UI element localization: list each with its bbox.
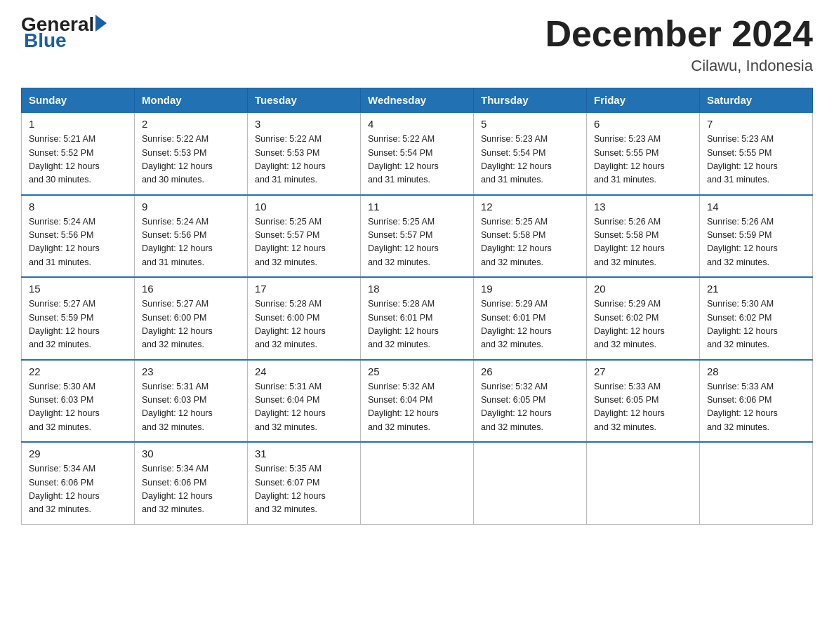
calendar-cell: 8Sunrise: 5:24 AMSunset: 5:56 PMDaylight… [22,195,135,278]
weekday-header-row: SundayMondayTuesdayWednesdayThursdayFrid… [22,88,813,113]
day-number: 13 [594,201,692,213]
day-info: Sunrise: 5:21 AMSunset: 5:52 PMDaylight:… [29,133,127,187]
calendar-week-row: 15Sunrise: 5:27 AMSunset: 5:59 PMDayligh… [22,277,813,360]
day-info: Sunrise: 5:25 AMSunset: 5:57 PMDaylight:… [368,215,466,270]
calendar-cell: 23Sunrise: 5:31 AMSunset: 6:03 PMDayligh… [135,360,248,443]
day-info: Sunrise: 5:32 AMSunset: 6:05 PMDaylight:… [481,380,579,435]
logo: General Blue [21,14,107,52]
calendar-cell: 17Sunrise: 5:28 AMSunset: 6:00 PMDayligh… [248,277,361,360]
calendar-cell: 6Sunrise: 5:23 AMSunset: 5:55 PMDaylight… [587,112,700,195]
day-info: Sunrise: 5:29 AMSunset: 6:01 PMDaylight:… [481,297,579,352]
day-number: 3 [255,118,353,130]
calendar-week-row: 29Sunrise: 5:34 AMSunset: 6:06 PMDayligh… [22,442,813,524]
logo-arrow-icon [95,15,107,32]
day-info: Sunrise: 5:35 AMSunset: 6:07 PMDaylight:… [255,462,353,517]
calendar-cell: 22Sunrise: 5:30 AMSunset: 6:03 PMDayligh… [22,360,135,443]
title-block: December 2024 Cilawu, Indonesia [545,14,813,75]
calendar-cell: 5Sunrise: 5:23 AMSunset: 5:54 PMDaylight… [474,112,587,195]
day-info: Sunrise: 5:30 AMSunset: 6:03 PMDaylight:… [29,380,127,435]
calendar-cell: 27Sunrise: 5:33 AMSunset: 6:05 PMDayligh… [587,360,700,443]
day-number: 2 [142,118,240,130]
day-number: 7 [707,118,805,130]
calendar-cell: 2Sunrise: 5:22 AMSunset: 5:53 PMDaylight… [135,112,248,195]
day-number: 19 [481,283,579,295]
day-info: Sunrise: 5:33 AMSunset: 6:06 PMDaylight:… [707,380,805,435]
month-title: December 2024 [545,14,813,54]
day-number: 1 [29,118,127,130]
day-number: 12 [481,201,579,213]
day-number: 27 [594,365,692,377]
calendar-cell: 13Sunrise: 5:26 AMSunset: 5:58 PMDayligh… [587,195,700,278]
calendar-cell: 16Sunrise: 5:27 AMSunset: 6:00 PMDayligh… [135,277,248,360]
day-info: Sunrise: 5:31 AMSunset: 6:03 PMDaylight:… [142,380,240,435]
weekday-header-wednesday: Wednesday [361,88,474,113]
calendar-cell: 31Sunrise: 5:35 AMSunset: 6:07 PMDayligh… [248,442,361,524]
day-info: Sunrise: 5:23 AMSunset: 5:55 PMDaylight:… [707,133,805,187]
day-number: 17 [255,283,353,295]
day-info: Sunrise: 5:25 AMSunset: 5:57 PMDaylight:… [255,215,353,270]
calendar-cell: 1Sunrise: 5:21 AMSunset: 5:52 PMDaylight… [22,112,135,195]
day-number: 24 [255,365,353,377]
calendar-cell: 15Sunrise: 5:27 AMSunset: 5:59 PMDayligh… [22,277,135,360]
day-number: 4 [368,118,466,130]
day-number: 29 [29,448,127,459]
calendar-cell: 19Sunrise: 5:29 AMSunset: 6:01 PMDayligh… [474,277,587,360]
day-number: 8 [29,201,127,213]
day-number: 16 [142,283,240,295]
day-number: 28 [707,365,805,377]
calendar-week-row: 22Sunrise: 5:30 AMSunset: 6:03 PMDayligh… [22,360,813,443]
day-number: 10 [255,201,353,213]
day-number: 20 [594,283,692,295]
calendar-cell: 11Sunrise: 5:25 AMSunset: 5:57 PMDayligh… [361,195,474,278]
calendar-week-row: 1Sunrise: 5:21 AMSunset: 5:52 PMDaylight… [22,112,813,195]
day-info: Sunrise: 5:27 AMSunset: 5:59 PMDaylight:… [29,297,127,352]
calendar-cell: 4Sunrise: 5:22 AMSunset: 5:54 PMDaylight… [361,112,474,195]
weekday-header-saturday: Saturday [700,88,813,113]
calendar-cell: 20Sunrise: 5:29 AMSunset: 6:02 PMDayligh… [587,277,700,360]
day-info: Sunrise: 5:27 AMSunset: 6:00 PMDaylight:… [142,297,240,352]
day-number: 23 [142,365,240,377]
day-number: 26 [481,365,579,377]
day-number: 30 [142,448,240,459]
calendar-cell: 26Sunrise: 5:32 AMSunset: 6:05 PMDayligh… [474,360,587,443]
day-number: 9 [142,201,240,213]
calendar-cell: 3Sunrise: 5:22 AMSunset: 5:53 PMDaylight… [248,112,361,195]
calendar-cell: 18Sunrise: 5:28 AMSunset: 6:01 PMDayligh… [361,277,474,360]
day-info: Sunrise: 5:28 AMSunset: 6:00 PMDaylight:… [255,297,353,352]
day-number: 5 [481,118,579,130]
calendar-cell: 7Sunrise: 5:23 AMSunset: 5:55 PMDaylight… [700,112,813,195]
day-info: Sunrise: 5:28 AMSunset: 6:01 PMDaylight:… [368,297,466,352]
day-info: Sunrise: 5:31 AMSunset: 6:04 PMDaylight:… [255,380,353,435]
day-info: Sunrise: 5:34 AMSunset: 6:06 PMDaylight:… [29,462,127,517]
day-number: 6 [594,118,692,130]
weekday-header-tuesday: Tuesday [248,88,361,113]
calendar-cell: 24Sunrise: 5:31 AMSunset: 6:04 PMDayligh… [248,360,361,443]
weekday-header-sunday: Sunday [22,88,135,113]
calendar-cell: 25Sunrise: 5:32 AMSunset: 6:04 PMDayligh… [361,360,474,443]
calendar-cell: 14Sunrise: 5:26 AMSunset: 5:59 PMDayligh… [700,195,813,278]
location-text: Cilawu, Indonesia [545,57,813,75]
day-info: Sunrise: 5:23 AMSunset: 5:54 PMDaylight:… [481,133,579,187]
calendar-cell: 9Sunrise: 5:24 AMSunset: 5:56 PMDaylight… [135,195,248,278]
day-info: Sunrise: 5:32 AMSunset: 6:04 PMDaylight:… [368,380,466,435]
day-info: Sunrise: 5:24 AMSunset: 5:56 PMDaylight:… [29,215,127,270]
calendar-cell [474,442,587,524]
day-info: Sunrise: 5:22 AMSunset: 5:53 PMDaylight:… [142,133,240,187]
day-number: 18 [368,283,466,295]
weekday-header-friday: Friday [587,88,700,113]
calendar-cell: 10Sunrise: 5:25 AMSunset: 5:57 PMDayligh… [248,195,361,278]
calendar-cell: 29Sunrise: 5:34 AMSunset: 6:06 PMDayligh… [22,442,135,524]
calendar-cell [700,442,813,524]
day-info: Sunrise: 5:22 AMSunset: 5:54 PMDaylight:… [368,133,466,187]
calendar-table: SundayMondayTuesdayWednesdayThursdayFrid… [21,88,813,525]
day-info: Sunrise: 5:29 AMSunset: 6:02 PMDaylight:… [594,297,692,352]
day-info: Sunrise: 5:22 AMSunset: 5:53 PMDaylight:… [255,133,353,187]
day-number: 14 [707,201,805,213]
weekday-header-thursday: Thursday [474,88,587,113]
calendar-week-row: 8Sunrise: 5:24 AMSunset: 5:56 PMDaylight… [22,195,813,278]
page-header: General Blue December 2024 Cilawu, Indon… [21,14,813,75]
day-info: Sunrise: 5:34 AMSunset: 6:06 PMDaylight:… [142,462,240,517]
day-info: Sunrise: 5:26 AMSunset: 5:59 PMDaylight:… [707,215,805,270]
calendar-cell: 28Sunrise: 5:33 AMSunset: 6:06 PMDayligh… [700,360,813,443]
day-info: Sunrise: 5:30 AMSunset: 6:02 PMDaylight:… [707,297,805,352]
